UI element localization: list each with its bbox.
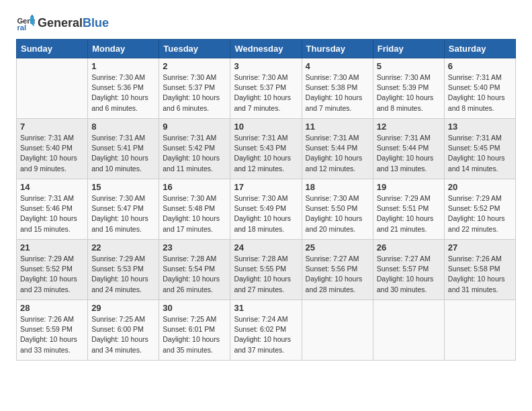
day-info: Sunrise: 7:24 AM Sunset: 6:02 PM Dayligh… xyxy=(234,314,298,355)
calendar-cell: 28Sunrise: 7:26 AM Sunset: 5:59 PM Dayli… xyxy=(17,300,88,361)
calendar-cell: 23Sunrise: 7:28 AM Sunset: 5:54 PM Dayli… xyxy=(159,240,230,300)
calendar-cell: 10Sunrise: 7:31 AM Sunset: 5:43 PM Dayli… xyxy=(230,119,302,179)
day-number: 1 xyxy=(91,61,155,71)
day-number: 16 xyxy=(163,182,226,192)
day-info: Sunrise: 7:30 AM Sunset: 5:48 PM Dayligh… xyxy=(163,193,226,234)
logo-blue: Blue xyxy=(83,16,109,30)
svg-marker-3 xyxy=(30,14,34,17)
column-header-monday: Monday xyxy=(88,40,159,58)
calendar-week-row: 21Sunrise: 7:29 AM Sunset: 5:52 PM Dayli… xyxy=(17,240,516,300)
calendar-cell xyxy=(444,300,515,361)
calendar-cell: 13Sunrise: 7:31 AM Sunset: 5:45 PM Dayli… xyxy=(444,119,515,179)
logo-icon: Gene ral xyxy=(16,13,35,32)
calendar-cell: 22Sunrise: 7:29 AM Sunset: 5:53 PM Dayli… xyxy=(88,240,159,300)
day-info: Sunrise: 7:25 AM Sunset: 6:01 PM Dayligh… xyxy=(163,314,226,355)
day-info: Sunrise: 7:30 AM Sunset: 5:39 PM Dayligh… xyxy=(377,73,441,113)
svg-marker-2 xyxy=(30,17,34,27)
column-header-sunday: Sunday xyxy=(17,40,88,58)
day-number: 12 xyxy=(377,122,441,132)
day-info: Sunrise: 7:30 AM Sunset: 5:36 PM Dayligh… xyxy=(91,73,155,113)
day-info: Sunrise: 7:29 AM Sunset: 5:52 PM Dayligh… xyxy=(448,193,512,234)
calendar-cell: 24Sunrise: 7:28 AM Sunset: 5:55 PM Dayli… xyxy=(230,240,302,300)
day-info: Sunrise: 7:31 AM Sunset: 5:46 PM Dayligh… xyxy=(20,193,84,234)
day-info: Sunrise: 7:31 AM Sunset: 5:40 PM Dayligh… xyxy=(448,73,512,113)
page-header: Gene ral GeneralBlue xyxy=(16,13,516,32)
day-info: Sunrise: 7:30 AM Sunset: 5:49 PM Dayligh… xyxy=(234,193,298,234)
day-number: 30 xyxy=(163,303,226,313)
day-number: 8 xyxy=(91,122,155,132)
logo-general: General xyxy=(38,16,83,30)
day-info: Sunrise: 7:25 AM Sunset: 6:00 PM Dayligh… xyxy=(91,314,155,355)
column-header-friday: Friday xyxy=(373,40,444,58)
day-info: Sunrise: 7:31 AM Sunset: 5:42 PM Dayligh… xyxy=(163,133,226,174)
day-number: 19 xyxy=(377,182,441,192)
day-number: 2 xyxy=(163,61,226,71)
calendar-cell: 12Sunrise: 7:31 AM Sunset: 5:44 PM Dayli… xyxy=(373,119,444,179)
calendar-cell: 1Sunrise: 7:30 AM Sunset: 5:36 PM Daylig… xyxy=(88,58,159,119)
day-number: 6 xyxy=(448,61,512,71)
calendar-cell: 20Sunrise: 7:29 AM Sunset: 5:52 PM Dayli… xyxy=(444,179,515,240)
calendar-cell: 27Sunrise: 7:26 AM Sunset: 5:58 PM Dayli… xyxy=(444,240,515,300)
day-number: 7 xyxy=(20,122,84,132)
day-info: Sunrise: 7:26 AM Sunset: 5:59 PM Dayligh… xyxy=(20,314,84,355)
calendar-cell: 7Sunrise: 7:31 AM Sunset: 5:40 PM Daylig… xyxy=(17,119,88,179)
day-info: Sunrise: 7:27 AM Sunset: 5:56 PM Dayligh… xyxy=(306,254,369,295)
calendar-table: SundayMondayTuesdayWednesdayThursdayFrid… xyxy=(16,39,516,361)
calendar-week-row: 14Sunrise: 7:31 AM Sunset: 5:46 PM Dayli… xyxy=(17,179,516,240)
day-info: Sunrise: 7:29 AM Sunset: 5:51 PM Dayligh… xyxy=(377,193,441,234)
day-info: Sunrise: 7:27 AM Sunset: 5:57 PM Dayligh… xyxy=(377,254,441,295)
day-number: 25 xyxy=(306,242,369,253)
svg-text:ral: ral xyxy=(17,24,26,32)
day-number: 11 xyxy=(306,122,369,132)
calendar-cell: 17Sunrise: 7:30 AM Sunset: 5:49 PM Dayli… xyxy=(230,179,302,240)
calendar-cell: 8Sunrise: 7:31 AM Sunset: 5:41 PM Daylig… xyxy=(88,119,159,179)
calendar-cell xyxy=(302,300,373,361)
day-number: 17 xyxy=(234,182,298,192)
day-number: 9 xyxy=(163,122,226,132)
column-header-thursday: Thursday xyxy=(302,40,373,58)
day-info: Sunrise: 7:29 AM Sunset: 5:53 PM Dayligh… xyxy=(91,254,155,295)
day-number: 21 xyxy=(20,242,84,253)
calendar-cell: 31Sunrise: 7:24 AM Sunset: 6:02 PM Dayli… xyxy=(230,300,302,361)
day-info: Sunrise: 7:31 AM Sunset: 5:40 PM Dayligh… xyxy=(20,133,84,174)
day-number: 22 xyxy=(91,242,155,253)
calendar-cell: 2Sunrise: 7:30 AM Sunset: 5:37 PM Daylig… xyxy=(159,58,230,119)
day-info: Sunrise: 7:31 AM Sunset: 5:44 PM Dayligh… xyxy=(306,133,369,174)
day-info: Sunrise: 7:29 AM Sunset: 5:52 PM Dayligh… xyxy=(20,254,84,295)
calendar-week-row: 1Sunrise: 7:30 AM Sunset: 5:36 PM Daylig… xyxy=(17,58,516,119)
calendar-cell: 19Sunrise: 7:29 AM Sunset: 5:51 PM Dayli… xyxy=(373,179,444,240)
calendar-cell: 25Sunrise: 7:27 AM Sunset: 5:56 PM Dayli… xyxy=(302,240,373,300)
day-number: 18 xyxy=(306,182,369,192)
day-info: Sunrise: 7:31 AM Sunset: 5:43 PM Dayligh… xyxy=(234,133,298,174)
column-header-tuesday: Tuesday xyxy=(159,40,230,58)
day-info: Sunrise: 7:30 AM Sunset: 5:47 PM Dayligh… xyxy=(91,193,155,234)
day-info: Sunrise: 7:30 AM Sunset: 5:38 PM Dayligh… xyxy=(306,73,369,113)
day-info: Sunrise: 7:30 AM Sunset: 5:50 PM Dayligh… xyxy=(306,193,369,234)
day-number: 29 xyxy=(91,303,155,313)
day-number: 4 xyxy=(306,61,369,71)
day-number: 3 xyxy=(234,61,298,71)
day-number: 24 xyxy=(234,242,298,253)
day-number: 14 xyxy=(20,182,84,192)
calendar-cell: 26Sunrise: 7:27 AM Sunset: 5:57 PM Dayli… xyxy=(373,240,444,300)
calendar-cell: 9Sunrise: 7:31 AM Sunset: 5:42 PM Daylig… xyxy=(159,119,230,179)
calendar-cell: 30Sunrise: 7:25 AM Sunset: 6:01 PM Dayli… xyxy=(159,300,230,361)
calendar-week-row: 28Sunrise: 7:26 AM Sunset: 5:59 PM Dayli… xyxy=(17,300,516,361)
day-info: Sunrise: 7:28 AM Sunset: 5:55 PM Dayligh… xyxy=(234,254,298,295)
calendar-cell xyxy=(17,58,88,119)
day-number: 10 xyxy=(234,122,298,132)
calendar-cell xyxy=(373,300,444,361)
day-number: 23 xyxy=(163,242,226,253)
day-info: Sunrise: 7:30 AM Sunset: 5:37 PM Dayligh… xyxy=(163,73,226,113)
calendar-cell: 18Sunrise: 7:30 AM Sunset: 5:50 PM Dayli… xyxy=(302,179,373,240)
day-number: 13 xyxy=(448,122,512,132)
calendar-cell: 6Sunrise: 7:31 AM Sunset: 5:40 PM Daylig… xyxy=(444,58,515,119)
day-number: 27 xyxy=(448,242,512,253)
day-info: Sunrise: 7:30 AM Sunset: 5:37 PM Dayligh… xyxy=(234,73,298,113)
calendar-header-row: SundayMondayTuesdayWednesdayThursdayFrid… xyxy=(17,40,516,58)
day-info: Sunrise: 7:31 AM Sunset: 5:41 PM Dayligh… xyxy=(91,133,155,174)
day-number: 26 xyxy=(377,242,441,253)
calendar-cell: 14Sunrise: 7:31 AM Sunset: 5:46 PM Dayli… xyxy=(17,179,88,240)
calendar-cell: 16Sunrise: 7:30 AM Sunset: 5:48 PM Dayli… xyxy=(159,179,230,240)
day-info: Sunrise: 7:28 AM Sunset: 5:54 PM Dayligh… xyxy=(163,254,226,295)
